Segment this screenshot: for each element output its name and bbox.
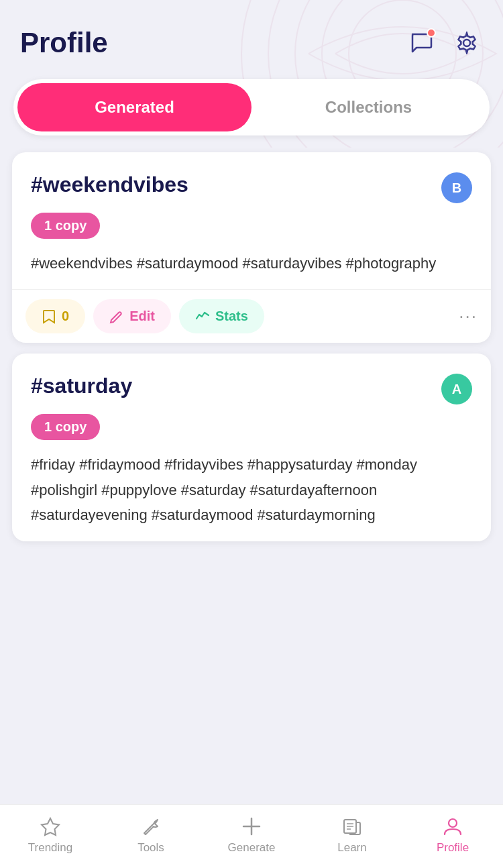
card-saturday-copy-badge[interactable]: 1 copy — [31, 414, 100, 440]
nav-label-profile: Profile — [437, 841, 469, 855]
nav-item-learn[interactable]: Learn — [325, 816, 379, 855]
content-area: #weekendvibes B 1 copy #weekendvibes #sa… — [0, 152, 503, 552]
nav-label-tools: Tools — [137, 841, 164, 855]
svg-point-12 — [449, 819, 457, 827]
settings-button[interactable] — [451, 27, 483, 59]
header: Profile — [0, 0, 503, 72]
more-button-weekendvibes[interactable]: ··· — [459, 306, 478, 327]
bottom-nav: Trending Tools Generate Learn Profile — [0, 804, 503, 868]
tab-generated[interactable]: Generated — [17, 83, 252, 131]
card-saturday-header: #saturday A — [31, 374, 472, 404]
stats-button-weekendvibes[interactable]: Stats — [179, 299, 264, 333]
card-weekendvibes-header: #weekendvibes B — [31, 172, 472, 203]
tab-collections[interactable]: Collections — [252, 83, 486, 131]
svg-point-5 — [463, 40, 470, 46]
card-weekendvibes-body: #weekendvibes B 1 copy #weekendvibes #sa… — [12, 152, 491, 289]
card-saturday-avatar: A — [441, 374, 472, 404]
nav-item-generate[interactable]: Generate — [225, 816, 278, 855]
bookmark-button-weekendvibes[interactable]: 0 — [25, 299, 85, 333]
nav-label-learn: Learn — [337, 841, 366, 855]
card-weekendvibes-actions: 0 Edit Stats ··· — [12, 289, 491, 343]
card-weekendvibes-avatar: B — [441, 172, 472, 203]
card-weekendvibes: #weekendvibes B 1 copy #weekendvibes #sa… — [12, 152, 491, 343]
svg-marker-6 — [42, 818, 59, 835]
card-saturday-title: #saturday — [31, 374, 132, 398]
nav-item-tools[interactable]: Tools — [124, 816, 178, 855]
card-saturday-body: #saturday A 1 copy #friday #fridaymood #… — [12, 354, 491, 541]
card-weekendvibes-title: #weekendvibes — [31, 172, 188, 197]
nav-item-trending[interactable]: Trending — [23, 816, 77, 855]
notification-dot — [427, 28, 436, 38]
card-weekendvibes-hashtags: #weekendvibes #saturdaymood #saturdayvib… — [31, 251, 472, 276]
nav-label-generate: Generate — [228, 841, 276, 855]
page-title: Profile — [20, 27, 108, 59]
nav-label-trending: Trending — [28, 841, 72, 855]
nav-item-profile[interactable]: Profile — [426, 816, 480, 855]
tab-bar: Generated Collections — [13, 79, 490, 135]
card-saturday: #saturday A 1 copy #friday #fridaymood #… — [12, 354, 491, 541]
edit-button-weekendvibes[interactable]: Edit — [93, 299, 171, 333]
messages-button[interactable] — [405, 27, 437, 59]
header-actions — [405, 27, 483, 59]
card-weekendvibes-copy-badge[interactable]: 1 copy — [31, 213, 100, 239]
card-saturday-hashtags: #friday #fridaymood #fridayvibes #happys… — [31, 452, 472, 527]
